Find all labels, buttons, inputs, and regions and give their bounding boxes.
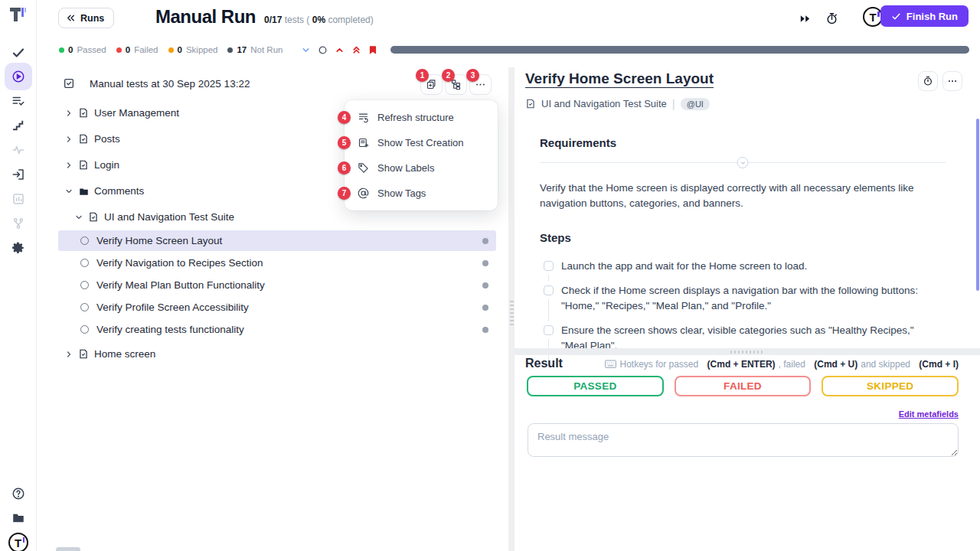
chevron-right-icon[interactable] — [63, 350, 75, 359]
run-play-nav-icon[interactable] — [5, 63, 32, 90]
finish-run-button[interactable]: Finish Run — [880, 5, 969, 27]
passed-button[interactable]: PASSED — [527, 376, 664, 396]
test-status-circle-icon — [80, 236, 89, 245]
timer-icon[interactable] — [822, 9, 841, 28]
notrun-dot — [227, 47, 233, 53]
chevron-right-icon[interactable] — [63, 109, 75, 118]
suite-file-icon — [77, 159, 90, 171]
result-heading: Result — [525, 357, 563, 370]
tag-badge[interactable]: @UI — [681, 98, 710, 110]
chevron-right-icon[interactable] — [63, 135, 75, 144]
tree-panel-title: Manual tests at 30 Sep 2025 13:22 — [90, 78, 250, 90]
passed-dot — [59, 47, 64, 53]
checklist-icon — [63, 77, 75, 93]
test-status-circle-icon — [80, 281, 89, 289]
tree-panel-header: Manual tests at 30 Sep 2025 13:22 1 2 3 — [37, 73, 508, 97]
test-suite-name[interactable]: UI and Navigation Test Suite — [541, 98, 667, 109]
failed-dot — [116, 47, 122, 53]
chevron-right-icon[interactable] — [63, 161, 75, 170]
activity-nav-icon[interactable] — [5, 136, 32, 164]
run-status-bar: 0Passed 0Failed 0Skipped 17Not Run — [37, 38, 980, 61]
test-more-options-button[interactable] — [942, 71, 962, 91]
chevron-down-icon[interactable] — [63, 187, 75, 196]
result-message-input[interactable] — [528, 423, 959, 457]
tree-test-verify-meal-plan[interactable]: Verify Meal Plan Button Functionality — [58, 275, 496, 295]
step-checkbox[interactable] — [544, 285, 554, 295]
suite-file-icon — [77, 133, 90, 145]
tree-test-verify-profile[interactable]: Verify Profile Screen Accessibility — [58, 297, 496, 318]
detail-scrollbar-thumb[interactable] — [976, 119, 979, 291]
tree-test-verify-creating-tests[interactable]: Verify creating tests functionality — [58, 319, 496, 340]
gear-nav-icon[interactable] — [5, 234, 32, 262]
app-logo-icon[interactable] — [8, 5, 28, 26]
failed-button[interactable]: FAILED — [675, 376, 812, 396]
account-avatar: T — [8, 533, 28, 551]
collapse-toggle-icon[interactable] — [737, 157, 749, 168]
annotation-badge-7: 7 — [338, 187, 351, 200]
account-logo-icon[interactable]: T — [5, 529, 32, 551]
meta-separator: | — [672, 97, 675, 110]
skipped-button[interactable]: SKIPPED — [822, 376, 959, 396]
check-icon — [891, 11, 901, 21]
menu-item-show-labels[interactable]: 6 Show Labels — [345, 155, 498, 181]
passed-status: 0Passed — [59, 45, 106, 54]
test-notrun-dot — [482, 327, 488, 333]
hotkeys-hint: Hotkeys for passed (Cmd + ENTER) , faile… — [605, 359, 959, 370]
refresh-list-icon — [358, 112, 369, 123]
skipped-dot — [168, 47, 174, 53]
resize-grip-dots — [510, 301, 514, 325]
test-status-circle-icon — [80, 303, 89, 311]
annotation-badge-1: 1 — [416, 69, 429, 82]
step-item: Launch the app and wait for the Home scr… — [544, 259, 934, 274]
menu-item-refresh-structure[interactable]: 4 Refresh structure — [345, 105, 498, 130]
list-check-nav-icon[interactable] — [5, 87, 32, 115]
bookmark-icon[interactable] — [366, 43, 380, 57]
fast-forward-icon[interactable] — [795, 9, 814, 28]
tree-suite-home-screen[interactable]: Home screen — [58, 344, 496, 364]
menu-item-show-tags[interactable]: 7 Show Tags — [345, 181, 498, 206]
keyboard-icon — [605, 360, 616, 369]
run-progress-summary: 0/17 tests ( 0% completed) — [264, 15, 374, 25]
chevron-down-icon[interactable] — [299, 43, 312, 57]
chevron-up-icon[interactable] — [332, 43, 346, 57]
failed-status: 0Failed — [116, 45, 158, 54]
left-nav-rail: T — [0, 0, 37, 551]
help-icon[interactable] — [5, 480, 32, 507]
menu-item-show-test-creation[interactable]: 5 Show Test Creation — [345, 130, 498, 155]
tree-options-menu: 4 Refresh structure 5 Show Test Creation… — [345, 100, 498, 210]
steps-heading: Steps — [540, 231, 571, 244]
circle-marker-icon[interactable] — [315, 43, 329, 57]
resize-grip-dots — [730, 350, 764, 354]
test-title[interactable]: Verify Home Screen Layout — [525, 70, 714, 87]
tree-test-verify-navigation-recipes[interactable]: Verify Navigation to Recipes Section — [58, 253, 496, 273]
branch-nav-icon[interactable] — [5, 210, 32, 237]
steps-result-resize-handle[interactable] — [514, 348, 980, 355]
step-checkbox[interactable] — [544, 261, 554, 271]
requirements-text: Verify that the Home screen is displayed… — [540, 181, 932, 211]
bottom-scroll-pill — [56, 547, 80, 551]
annotation-badge-4: 4 — [338, 111, 351, 124]
page-title: Manual Run — [155, 6, 256, 28]
double-chevron-up-icon[interactable] — [349, 43, 363, 57]
back-to-runs-button[interactable]: Runs — [58, 8, 114, 28]
list-plus-icon — [358, 137, 369, 148]
suite-file-icon — [77, 107, 90, 119]
run-progress-bar — [390, 46, 969, 54]
steps-list: Launch the app and wait for the Home scr… — [544, 259, 934, 363]
requirements-divider — [540, 162, 946, 163]
test-notrun-dot — [482, 260, 488, 266]
steps-nav-icon[interactable] — [5, 112, 32, 139]
tree-test-verify-home-screen[interactable]: Verify Home Screen Layout — [58, 230, 496, 251]
edit-metafields-link[interactable]: Edit metafields — [899, 409, 959, 419]
panel-resize-handle[interactable] — [508, 67, 514, 551]
folder-icon[interactable] — [5, 504, 32, 532]
result-buttons: PASSED FAILED SKIPPED — [527, 376, 959, 396]
sign-in-nav-icon[interactable] — [5, 161, 32, 188]
folder-icon — [77, 186, 90, 197]
report-chart-nav-icon[interactable] — [5, 185, 32, 213]
chevron-down-icon[interactable] — [73, 213, 85, 222]
stopwatch-button[interactable] — [918, 71, 938, 91]
step-checkbox[interactable] — [544, 325, 554, 335]
at-sign-icon — [358, 187, 369, 199]
annotation-badge-2: 2 — [442, 69, 455, 82]
